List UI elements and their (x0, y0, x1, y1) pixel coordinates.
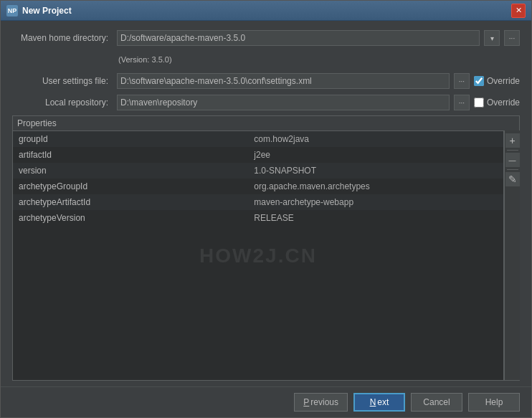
local-repo-row: Local repository: ··· Override (12, 94, 520, 111)
property-key: archetypeArtifactId (13, 194, 248, 210)
maven-home-label: Maven home directory: (12, 33, 113, 43)
watermark: HOW2J.CN (199, 244, 317, 267)
previous-button[interactable]: Previous (294, 393, 348, 412)
override-checkbox-1-wrap: Override (474, 76, 520, 86)
override-checkbox-2-wrap: Override (474, 98, 520, 108)
maven-home-row: Maven home directory: ▾ ··· (12, 29, 520, 47)
property-value: org.apache.maven.archetypes (248, 179, 503, 194)
property-value: 1.0-SNAPSHOT (248, 163, 503, 179)
edit-property-button[interactable]: ✎ (505, 172, 520, 186)
override-label-1: Override (487, 76, 520, 86)
override-checkbox-2[interactable] (474, 98, 484, 108)
user-settings-browse-button[interactable]: ··· (454, 73, 470, 89)
property-value: RELEASE (248, 210, 503, 226)
side-divider-2 (507, 169, 518, 170)
table-row[interactable]: archetypeArtifactIdmaven-archetype-webap… (13, 194, 503, 210)
table-row[interactable]: version1.0-SNAPSHOT (13, 163, 503, 179)
property-value: com.how2java (248, 131, 503, 147)
version-row: (Version: 3.5.0) (12, 51, 520, 68)
property-key: groupId (13, 131, 248, 147)
help-button[interactable]: Help (468, 393, 520, 412)
next-button[interactable]: Next (353, 393, 405, 412)
local-repo-input[interactable] (117, 95, 450, 110)
local-repo-label: Local repository: (12, 98, 113, 108)
properties-content: HOW2J.CN groupIdcom.how2javaartifactIdj2… (12, 130, 520, 381)
table-row[interactable]: groupIdcom.how2java (13, 131, 503, 147)
local-repo-browse-button[interactable]: ··· (454, 95, 470, 110)
property-value: j2ee (248, 147, 503, 163)
user-settings-row: User settings file: ··· Override (12, 72, 520, 90)
version-label: (Version: 3.5.0) (118, 55, 172, 64)
properties-table: groupIdcom.how2javaartifactIdj2eeversion… (13, 131, 503, 226)
override-checkbox-1[interactable] (474, 76, 484, 86)
properties-side-buttons: + — ✎ (504, 130, 520, 381)
remove-property-button[interactable]: — (505, 153, 520, 167)
property-key: version (13, 163, 248, 179)
properties-header: Properties (12, 115, 520, 130)
properties-section: Properties HOW2J.CN groupIdcom.how2javaa… (12, 115, 520, 381)
cancel-button[interactable]: Cancel (411, 393, 462, 412)
user-settings-label: User settings file: (12, 76, 113, 86)
user-settings-input[interactable] (117, 73, 450, 89)
table-row[interactable]: archetypeVersionRELEASE (13, 210, 503, 226)
maven-dropdown-button[interactable]: ▾ (484, 30, 500, 46)
new-project-dialog: NP New Project ✕ Maven home directory: ▾… (0, 0, 532, 418)
close-button[interactable]: ✕ (511, 4, 526, 18)
dialog-footer: Previous Next Cancel Help (1, 386, 531, 417)
property-key: archetypeVersion (13, 210, 248, 226)
property-key: archetypeGroupId (13, 179, 248, 194)
maven-browse-button[interactable]: ··· (504, 30, 520, 46)
table-row[interactable]: archetypeGroupIdorg.apache.maven.archety… (13, 179, 503, 194)
dialog-icon: NP (6, 5, 18, 16)
add-property-button[interactable]: + (505, 133, 520, 148)
dialog-title: New Project (22, 6, 511, 16)
properties-table-wrap: HOW2J.CN groupIdcom.how2javaartifactIdj2… (12, 130, 504, 381)
override-label-2: Override (487, 98, 520, 108)
property-key: artifactId (13, 147, 248, 163)
table-row[interactable]: artifactIdj2ee (13, 147, 503, 163)
dialog-content: Maven home directory: ▾ ··· (Version: 3.… (1, 21, 531, 386)
side-divider (507, 150, 518, 151)
title-bar: NP New Project ✕ (1, 1, 531, 21)
property-value: maven-archetype-webapp (248, 194, 503, 210)
maven-home-input[interactable] (117, 30, 480, 46)
